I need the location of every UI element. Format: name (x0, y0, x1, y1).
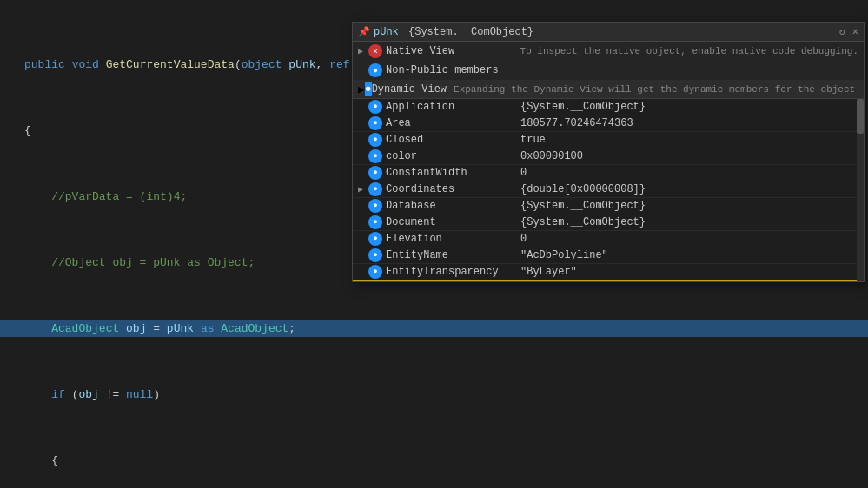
prop-row-entityname[interactable]: ● EntityName "AcDbPolyline" (353, 247, 864, 264)
prop-value-closed: true (520, 134, 864, 146)
prop-dot-document: ● (368, 215, 382, 229)
prop-row-closed[interactable]: ● Closed true (353, 132, 864, 148)
prop-value-database: {System.__ComObject} (520, 200, 864, 212)
prop-value-color: 0x00000100 (520, 150, 864, 162)
prop-dot-elevation: ● (368, 232, 382, 246)
prop-row-elevation[interactable]: ● Elevation 0 (353, 231, 864, 247)
properties-container: ● Application {System.__ComObject} ● Are… (353, 99, 864, 281)
native-view-expand: ▶ (358, 46, 368, 56)
properties-table: ● Application {System.__ComObject} ● Are… (353, 99, 864, 281)
popup-pin-toggle[interactable]: ✕ (852, 25, 858, 38)
native-view-row[interactable]: ▶ ✕ Native View To inspect the native ob… (353, 42, 864, 61)
prop-name-color: color (386, 150, 520, 162)
prop-value-elevation: 0 (520, 233, 864, 245)
prop-name-database: Database (386, 200, 520, 212)
prop-row-application[interactable]: ● Application {System.__ComObject} (353, 99, 864, 115)
properties-scrollbar[interactable] (857, 99, 864, 281)
prop-row-entitytransparency[interactable]: ● EntityTransparency "ByLayer" (353, 264, 864, 280)
dynamic-view-icon: ● (365, 82, 372, 96)
prop-name-constantwidth: ConstantWidth (386, 167, 520, 179)
native-view-description: To inspect the native object, enable nat… (520, 46, 858, 56)
prop-dot-closed: ● (368, 133, 382, 147)
prop-name-closed: Closed (386, 134, 520, 146)
native-view-icon: ✕ (368, 44, 382, 58)
prop-name-area: Area (386, 117, 520, 129)
dynamic-view-expand: ▶ (358, 82, 365, 96)
popup-refresh-icon[interactable]: ↻ (839, 25, 845, 38)
prop-dot-coordinates: ● (368, 182, 382, 196)
prop-value-coordinates: {double[0x00000008]} (520, 183, 864, 195)
prop-row-area[interactable]: ● Area 180577.70246474363 (353, 115, 864, 132)
prop-name-entityname: EntityName (386, 249, 520, 261)
prop-row-constantwidth[interactable]: ● ConstantWidth 0 (353, 165, 864, 181)
prop-dot-color: ● (368, 149, 382, 163)
debugger-popup: 📌 pUnk {System.__ComObject} ↻ ✕ ▶ ✕ Nati… (352, 22, 865, 282)
prop-value-document: {System.__ComObject} (520, 216, 864, 228)
popup-header: 📌 pUnk {System.__ComObject} ↻ ✕ (353, 23, 864, 42)
prop-name-application: Application (386, 101, 520, 113)
dynamic-view-row[interactable]: ▶ ● Dynamic View Expanding the Dynamic V… (353, 80, 864, 99)
native-view-label: Native View (386, 45, 514, 57)
prop-name-document: Document (386, 216, 520, 228)
prop-value-entityname: "AcDbPolyline" (520, 249, 864, 261)
prop-dot-entitytransparency: ● (368, 265, 382, 279)
prop-name-entitytransparency: EntityTransparency (386, 266, 520, 278)
prop-dot-application: ● (368, 100, 382, 114)
prop-value-constantwidth: 0 (520, 167, 864, 179)
prop-row-color[interactable]: ● color 0x00000100 (353, 148, 864, 165)
prop-value-entitytransparency: "ByLayer" (520, 266, 864, 278)
prop-dot-entityname: ● (368, 248, 382, 262)
code-line-5: AcadObject obj = pUnk as AcadObject; (0, 320, 868, 337)
prop-dot-area: ● (368, 116, 382, 130)
prop-name-elevation: Elevation (386, 233, 520, 245)
dynamic-view-description: Expanding the Dynamic View will get the … (454, 84, 855, 95)
prop-row-coordinates[interactable]: ▶ ● Coordinates {double[0x00000008]} (353, 181, 864, 198)
dynamic-view-label: Dynamic View (372, 83, 447, 96)
non-public-row[interactable]: ● Non-Public members (353, 61, 864, 80)
prop-row-entitytype[interactable]: ● EntityType 0x00000018 📌 (353, 280, 864, 281)
prop-row-database[interactable]: ● Database {System.__ComObject} (353, 198, 864, 214)
prop-dot-constantwidth: ● (368, 166, 382, 180)
prop-dot-database: ● (368, 199, 382, 213)
prop-name-coordinates: Coordinates (386, 183, 520, 195)
popup-type: {System.__ComObject} (402, 26, 533, 38)
code-line-6: if (obj != null) (0, 386, 868, 403)
popup-variable: pUnk (374, 26, 399, 38)
non-public-label: Non-Public members (386, 64, 858, 76)
prop-value-area: 180577.70246474363 (520, 117, 864, 129)
non-public-icon: ● (368, 63, 382, 77)
prop-value-application: {System.__ComObject} (520, 101, 864, 113)
pin-icon: 📌 (358, 26, 370, 37)
properties-scrollbar-thumb (857, 99, 864, 134)
prop-row-document[interactable]: ● Document {System.__ComObject} (353, 214, 864, 231)
code-line-7: { (0, 452, 868, 469)
